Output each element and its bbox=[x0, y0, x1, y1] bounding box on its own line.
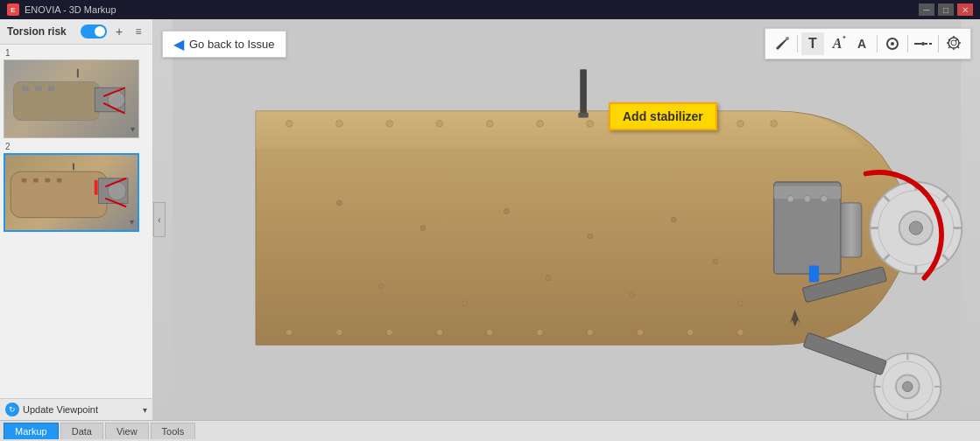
update-dropdown-button[interactable]: ▾ bbox=[143, 405, 147, 415]
svg-point-50 bbox=[630, 292, 635, 298]
window-controls: ─ □ ✕ bbox=[919, 4, 973, 16]
svg-rect-53 bbox=[580, 69, 587, 115]
app-title: ENOVIA - 3D Markup bbox=[25, 4, 919, 15]
svg-point-22 bbox=[336, 120, 343, 127]
viewpoint-thumb-2[interactable]: ▾ bbox=[4, 153, 139, 232]
svg-point-32 bbox=[286, 329, 293, 336]
svg-rect-13 bbox=[33, 178, 39, 183]
sidebar-header: Torsion risk + ≡ bbox=[0, 19, 152, 45]
svg-point-24 bbox=[436, 120, 443, 127]
viewpoint-list: 1 bbox=[0, 45, 152, 398]
vp1-chevron: ▾ bbox=[130, 124, 135, 134]
svg-point-83 bbox=[821, 195, 828, 202]
svg-point-87 bbox=[891, 42, 894, 46]
svg-point-40 bbox=[687, 329, 694, 336]
stamp-icon bbox=[945, 36, 962, 52]
tab-data[interactable]: Data bbox=[60, 423, 103, 439]
svg-point-60 bbox=[909, 221, 922, 234]
content-area: Torsion risk + ≡ 1 bbox=[0, 19, 980, 420]
minimize-button[interactable]: ─ bbox=[919, 4, 934, 16]
svg-rect-15 bbox=[57, 178, 62, 183]
viewpoint-number-2: 2 bbox=[4, 142, 149, 151]
circle-icon bbox=[885, 36, 900, 52]
svg-point-43 bbox=[420, 226, 426, 231]
text-styled-tool-button[interactable]: A ✦ bbox=[826, 32, 849, 55]
line-tool-button[interactable] bbox=[912, 32, 934, 55]
go-back-label: Go back to Issue bbox=[189, 38, 275, 51]
svg-point-35 bbox=[436, 329, 443, 336]
close-button[interactable]: ✕ bbox=[957, 4, 973, 16]
svg-point-42 bbox=[337, 200, 342, 206]
svg-point-48 bbox=[462, 301, 468, 306]
right-toolbar: T A ✦ A bbox=[765, 28, 971, 60]
viewpoint-item-1[interactable]: 1 bbox=[4, 48, 149, 138]
text-styled-badge: ✦ bbox=[842, 34, 847, 41]
circle-tool-button[interactable] bbox=[881, 32, 904, 55]
svg-point-36 bbox=[486, 329, 493, 336]
svg-point-21 bbox=[286, 120, 293, 127]
go-back-icon: ◀ bbox=[173, 36, 184, 52]
left-sidebar: Torsion risk + ≡ 1 bbox=[0, 19, 153, 420]
svg-point-89 bbox=[921, 42, 925, 46]
sidebar-menu-button[interactable]: ≡ bbox=[131, 24, 145, 38]
svg-rect-80 bbox=[809, 265, 819, 282]
text-styled-icon: A bbox=[833, 36, 843, 52]
go-back-button[interactable]: ◀ Go back to Issue bbox=[162, 31, 286, 58]
svg-rect-12 bbox=[22, 178, 27, 183]
bottom-bar: Markup Data View Tools bbox=[0, 420, 980, 441]
main-layout: Torsion risk + ≡ 1 bbox=[0, 19, 980, 441]
text-bold-tool-button[interactable]: T bbox=[801, 32, 824, 55]
svg-point-26 bbox=[537, 120, 544, 127]
tab-markup[interactable]: Markup bbox=[4, 423, 59, 439]
tab-tools[interactable]: Tools bbox=[151, 423, 196, 439]
update-viewpoint-label: Update Viewpoint bbox=[23, 404, 98, 415]
svg-rect-6 bbox=[48, 86, 55, 91]
vp2-chevron: ▾ bbox=[130, 217, 134, 227]
svg-point-49 bbox=[546, 276, 551, 281]
svg-point-33 bbox=[336, 329, 343, 336]
3d-model-svg bbox=[153, 19, 980, 420]
update-viewpoint-bar: ↻ Update Viewpoint ▾ bbox=[0, 398, 152, 420]
svg-point-45 bbox=[588, 234, 593, 239]
add-stabilizer-annotation[interactable]: Add stabilizer bbox=[609, 102, 717, 130]
svg-point-31 bbox=[771, 120, 778, 127]
viewpoint-thumb-1[interactable]: ▾ bbox=[4, 60, 139, 138]
svg-rect-4 bbox=[22, 86, 29, 91]
svg-point-51 bbox=[713, 259, 718, 264]
viewpoint-item-2[interactable]: 2 bbox=[4, 142, 149, 232]
nav-arrow-left[interactable]: ‹ bbox=[153, 202, 166, 237]
toggle-button[interactable] bbox=[81, 24, 107, 38]
maximize-button[interactable]: □ bbox=[938, 4, 954, 16]
svg-point-37 bbox=[537, 329, 544, 336]
svg-rect-5 bbox=[35, 86, 42, 91]
svg-rect-14 bbox=[45, 178, 50, 183]
stamp-tool-button[interactable] bbox=[942, 32, 965, 55]
svg-point-46 bbox=[671, 217, 676, 222]
svg-point-85 bbox=[786, 37, 789, 40]
text-plain-icon: A bbox=[857, 37, 866, 51]
vp1-background bbox=[4, 60, 138, 137]
svg-point-23 bbox=[386, 120, 393, 127]
update-icon: ↻ bbox=[5, 402, 19, 416]
svg-point-41 bbox=[737, 329, 744, 336]
text-plain-tool-button[interactable]: A bbox=[850, 32, 873, 55]
svg-point-73 bbox=[903, 382, 913, 391]
annotation-label: Add stabilizer bbox=[623, 109, 703, 123]
toolbar-divider-2 bbox=[877, 35, 878, 52]
svg-rect-19 bbox=[95, 180, 98, 195]
svg-rect-54 bbox=[578, 113, 588, 118]
toolbar-divider-1 bbox=[797, 35, 798, 52]
svg-point-25 bbox=[486, 120, 493, 127]
pen-icon bbox=[774, 36, 790, 52]
viewport-toolbar: ◀ Go back to Issue T bbox=[162, 28, 971, 60]
tab-view[interactable]: View bbox=[105, 423, 149, 439]
svg-point-47 bbox=[378, 284, 384, 289]
text-bold-icon: T bbox=[808, 36, 817, 52]
pen-tool-button[interactable] bbox=[771, 32, 793, 55]
vp1-svg bbox=[4, 60, 138, 137]
svg-point-44 bbox=[504, 209, 509, 214]
svg-point-38 bbox=[587, 329, 594, 336]
update-viewpoint-button[interactable]: ↻ Update Viewpoint bbox=[5, 402, 139, 416]
toolbar-divider-4 bbox=[938, 35, 939, 52]
add-viewpoint-button[interactable]: + bbox=[112, 24, 126, 38]
